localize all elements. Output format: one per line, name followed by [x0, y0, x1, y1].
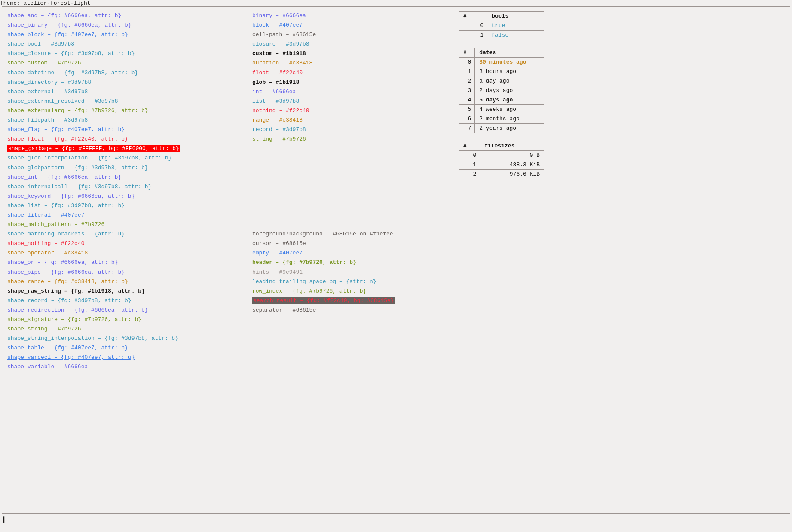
filesizes-table: # filesizes 0 0 B 1 488.3 KiB 2 976.6 Ki… — [459, 141, 544, 179]
table-row: 0 30 minutes ago — [459, 58, 544, 67]
row-num: 0 — [459, 21, 487, 31]
list-item: shape_matching_brackets – {attr: u} — [7, 229, 242, 239]
list-item: record – #3d97b8 — [252, 125, 448, 135]
list-item: glob – #1b1918 — [252, 78, 448, 87]
main-container: shape_and – {fg: #6666ea, attr: b} shape… — [2, 6, 790, 514]
list-item: shape_external – #3d97b8 — [7, 87, 242, 97]
list-item: range – #c38418 — [252, 116, 448, 125]
list-item: shape_redirection – {fg: #6666ea, attr: … — [7, 306, 242, 315]
list-item: float – #f22c40 — [252, 68, 448, 78]
row-val: 5 days ago — [475, 95, 544, 105]
col-middle: binary – #6666ea block – #407ee7 cell-pa… — [247, 7, 453, 513]
list-item: shape_operator – #c38418 — [7, 248, 242, 258]
row-num: 5 — [459, 105, 475, 114]
list-item: empty – #407ee7 — [252, 248, 448, 258]
list-item: shape_filepath – #3d97b8 — [7, 116, 242, 125]
cursor-icon: ▌ — [3, 516, 6, 523]
list-item: shape_variable – #6666ea — [7, 362, 242, 372]
table-row: 1 3 hours ago — [459, 67, 544, 76]
list-item: shape_glob_interpolation – {fg: #3d97b8,… — [7, 153, 242, 163]
bools-col-title: bools — [487, 12, 544, 21]
row-val: 2 days ago — [475, 86, 544, 95]
list-item: nothing – #f22c40 — [252, 106, 448, 116]
row-num: 7 — [459, 124, 475, 133]
table-row: 2 976.6 KiB — [459, 170, 544, 179]
dates-table: # dates 0 30 minutes ago 1 3 hours ago 2… — [459, 48, 544, 133]
list-item: int – #6666ea — [252, 87, 448, 97]
row-val: false — [487, 31, 544, 40]
row-val: 2 years ago — [475, 124, 544, 133]
list-item: leading_trailing_space_bg – {attr: n} — [252, 277, 448, 287]
list-item: shape_list – {fg: #3d97b8, attr: b} — [7, 201, 242, 211]
list-item: cursor – #68615e — [252, 239, 448, 248]
row-num: 4 — [459, 95, 475, 105]
row-num: 3 — [459, 86, 475, 95]
list-item: row_index – {fg: #7b9726, attr: b} — [252, 287, 448, 296]
col-left: shape_and – {fg: #6666ea, attr: b} shape… — [2, 7, 247, 513]
list-item: shape_directory – #3d97b8 — [7, 78, 242, 87]
list-item: shape_bool – #3d97b8 — [7, 40, 242, 49]
list-item: string – #7b9726 — [252, 135, 448, 144]
list-item: separator – #68615e — [252, 306, 448, 315]
row-num: 1 — [459, 31, 487, 40]
list-item: shape_binary – {fg: #6666ea, attr: b} — [7, 21, 242, 30]
list-item: shape_literal – #407ee7 — [7, 211, 242, 220]
list-item: shape_closure – {fg: #3d97b8, attr: b} — [7, 49, 242, 58]
list-item: shape_string_interpolation – {fg: #3d97b… — [7, 334, 242, 343]
table-row: 3 2 days ago — [459, 86, 544, 95]
table-row: 1 488.3 KiB — [459, 160, 544, 170]
list-item: shape_datetime – {fg: #3d97b8, attr: b} — [7, 68, 242, 78]
row-val: 4 weeks ago — [475, 105, 544, 114]
row-val: a day ago — [475, 76, 544, 86]
list-item: shape_externalarg – {fg: #7b9726, attr: … — [7, 106, 242, 116]
list-item: header – {fg: #7b9726, attr: b} — [252, 258, 448, 267]
list-item: custom – #1b1918 — [252, 49, 448, 58]
bools-col-hash: # — [459, 12, 487, 21]
list-item: shape_external_resolved – #3d97b8 — [7, 97, 242, 106]
table-row: 6 2 months ago — [459, 114, 544, 124]
list-item: closure – #3d97b8 — [252, 40, 448, 49]
list-item: shape_globpattern – {fg: #3d97b8, attr: … — [7, 163, 242, 173]
list-item: shape_float – {fg: #f22c40, attr: b} — [7, 135, 242, 144]
row-num: 6 — [459, 114, 475, 124]
row-val: 3 hours ago — [475, 67, 544, 76]
col-right: # bools 0 true 1 false # dates — [453, 7, 790, 513]
row-val: true — [487, 21, 544, 31]
list-item: hints – #9c9491 — [252, 268, 448, 277]
list-item-garbage: shape_garbage – {fg: #FFFFFF, bg: #FF000… — [7, 144, 242, 153]
row-val: 2 months ago — [475, 114, 544, 124]
table-row: 7 2 years ago — [459, 124, 544, 133]
table-row: 4 5 days ago — [459, 95, 544, 105]
list-item: block – #407ee7 — [252, 21, 448, 30]
list-item: shape_block – {fg: #407ee7, attr: b} — [7, 30, 242, 40]
bools-table: # bools 0 true 1 false — [459, 11, 544, 40]
list-item: shape_range – {fg: #c38418, attr: b} — [7, 277, 242, 287]
row-num: 2 — [459, 170, 480, 179]
dates-col-hash: # — [459, 48, 475, 58]
list-item: shape_record – {fg: #3d97b8, attr: b} — [7, 296, 242, 306]
table-row: 2 a day ago — [459, 76, 544, 86]
row-num: 1 — [459, 67, 475, 76]
list-item: cell-path – #68615e — [252, 30, 448, 40]
list-item: shape_table – {fg: #407ee7, attr: b} — [7, 343, 242, 353]
row-val: 30 minutes ago — [475, 58, 544, 67]
theme-header: Theme: atelier-forest-light — [0, 0, 792, 6]
list-item: shape_string – #7b9726 — [7, 324, 242, 334]
table-row: 1 false — [459, 31, 544, 40]
table-row: 5 4 weeks ago — [459, 105, 544, 114]
list-item: shape_or – {fg: #6666ea, attr: b} — [7, 258, 242, 267]
list-item: shape_match_pattern – #7b9726 — [7, 220, 242, 229]
list-item: foreground/background – #68615e on #f1ef… — [252, 229, 448, 239]
list-item-search-result: search_result – {fg: #f22c40, bg: #68615… — [252, 296, 448, 306]
row-num: 0 — [459, 151, 480, 160]
list-item: shape_keyword – {fg: #6666ea, attr: b} — [7, 192, 242, 201]
list-item: shape_internalcall – {fg: #3d97b8, attr:… — [7, 182, 242, 192]
list-item: shape_flag – {fg: #407ee7, attr: b} — [7, 125, 242, 135]
row-val: 488.3 KiB — [480, 160, 544, 170]
list-item: shape_custom – #7b9726 — [7, 58, 242, 68]
list-item: shape_signature – {fg: #7b9726, attr: b} — [7, 315, 242, 324]
row-num: 0 — [459, 58, 475, 67]
list-item: shape_vardecl – {fg: #407ee7, attr: u} — [7, 353, 242, 362]
table-row: 0 0 B — [459, 151, 544, 160]
dates-col-title: dates — [475, 48, 544, 58]
